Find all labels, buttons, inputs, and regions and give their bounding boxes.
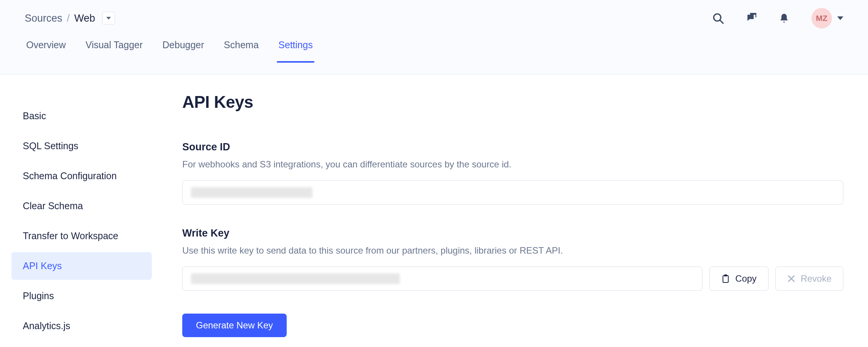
- write-key-title: Write Key: [182, 227, 843, 239]
- source-id-title: Source ID: [182, 141, 843, 153]
- write-key-value-redacted: [191, 273, 400, 284]
- copy-button-label: Copy: [735, 273, 757, 284]
- avatar: MZ: [811, 8, 832, 28]
- close-icon: [787, 274, 795, 283]
- sidebar-item-plugins[interactable]: Plugins: [11, 282, 152, 310]
- write-key-section: Write Key Use this write key to send dat…: [182, 227, 843, 291]
- sidebar-item-analytics-js[interactable]: Analytics.js: [11, 312, 152, 340]
- svg-line-1: [720, 20, 723, 23]
- content: API Keys Source ID For webhooks and S3 i…: [182, 93, 843, 340]
- tab-schema[interactable]: Schema: [223, 36, 260, 62]
- copy-button[interactable]: Copy: [709, 267, 769, 291]
- sidebar-item-sql-settings[interactable]: SQL Settings: [11, 132, 152, 160]
- breadcrumb-dropdown-button[interactable]: [102, 12, 115, 25]
- breadcrumb: Sources / Web: [25, 12, 115, 25]
- tab-settings[interactable]: Settings: [277, 36, 314, 62]
- source-id-value-redacted: [191, 187, 312, 198]
- page-header: Sources / Web MZ Overview Visual Tag: [0, 0, 868, 74]
- tab-debugger[interactable]: Debugger: [161, 36, 206, 62]
- sidebar-item-api-keys[interactable]: API Keys: [11, 252, 152, 280]
- revoke-button-label: Revoke: [801, 273, 832, 284]
- breadcrumb-separator: /: [67, 13, 70, 24]
- source-id-section: Source ID For webhooks and S3 integratio…: [182, 141, 843, 205]
- messages-button[interactable]: [746, 13, 757, 24]
- header-actions: MZ: [712, 8, 843, 28]
- svg-rect-2: [723, 276, 728, 282]
- search-button[interactable]: [712, 12, 724, 24]
- write-key-description: Use this write key to send data to this …: [182, 244, 843, 257]
- tab-visual-tagger[interactable]: Visual Tagger: [84, 36, 144, 62]
- tab-bar: Overview Visual Tagger Debugger Schema S…: [0, 36, 868, 59]
- page-title: API Keys: [182, 93, 843, 112]
- breadcrumb-current: Web: [74, 13, 95, 24]
- header-top: Sources / Web MZ: [0, 0, 868, 36]
- svg-rect-3: [724, 274, 727, 276]
- user-menu[interactable]: MZ: [811, 8, 843, 28]
- chat-icon: [746, 13, 757, 24]
- notifications-button[interactable]: [779, 13, 789, 24]
- bell-icon: [779, 13, 789, 24]
- sidebar-item-transfer-to-workspace[interactable]: Transfer to Workspace: [11, 222, 152, 250]
- caret-down-icon: [106, 16, 111, 21]
- source-id-description: For webhooks and S3 integrations, you ca…: [182, 158, 843, 171]
- source-id-field[interactable]: [182, 180, 843, 205]
- search-icon: [712, 12, 724, 24]
- revoke-button[interactable]: Revoke: [775, 267, 843, 291]
- main: Basic SQL Settings Schema Configuration …: [0, 74, 868, 340]
- breadcrumb-root[interactable]: Sources: [25, 13, 62, 24]
- clipboard-icon: [721, 274, 730, 283]
- sidebar-item-schema-configuration[interactable]: Schema Configuration: [11, 162, 152, 190]
- sidebar-item-basic[interactable]: Basic: [11, 102, 152, 130]
- caret-down-icon: [837, 16, 843, 20]
- generate-new-key-button[interactable]: Generate New Key: [182, 314, 287, 337]
- settings-sidebar: Basic SQL Settings Schema Configuration …: [11, 93, 152, 340]
- write-key-row: Copy Revoke: [182, 267, 843, 291]
- tab-overview[interactable]: Overview: [25, 36, 67, 62]
- sidebar-item-clear-schema[interactable]: Clear Schema: [11, 192, 152, 220]
- write-key-field[interactable]: [182, 267, 702, 291]
